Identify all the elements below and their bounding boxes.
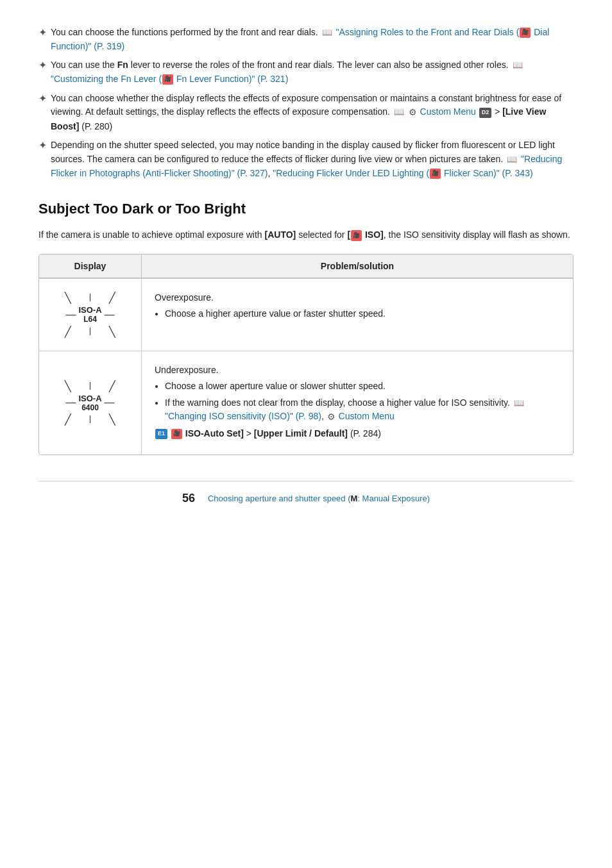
page-footer: 56 Choosing aperture and shutter speed (… xyxy=(38,481,574,505)
arrow-se-2: ╲ xyxy=(109,413,115,426)
book-icon-2: 📖 xyxy=(513,59,523,72)
bullet-text-2: You can use the Fn lever to reverse the … xyxy=(51,58,574,86)
tick-bot-2: | xyxy=(89,413,91,426)
camera-icon-e1: 🎥 xyxy=(171,429,182,439)
arrow-sw-2: ╱ xyxy=(65,413,71,426)
cell-problem-2: Underexposure. Choose a lower aperture v… xyxy=(142,351,573,455)
bullet-4: ✦ Depending on the shutter speed selecte… xyxy=(38,138,574,180)
book-icon-5: 📖 xyxy=(514,397,524,410)
iso-text-2: ISO-A 6400 xyxy=(78,394,101,413)
iso-auto-set-bold: ISO-Auto Set] xyxy=(185,428,244,438)
footer-link[interactable]: Choosing aperture and shutter speed (M: … xyxy=(208,494,430,503)
bullet-item-1a: Choose a higher aperture value or faster… xyxy=(165,307,560,321)
dash-right-2: — xyxy=(105,397,115,408)
dash-left-1: — xyxy=(65,309,76,321)
camera-icon-2: 🎥 xyxy=(162,74,173,85)
d2-badge: D2 xyxy=(479,108,492,118)
table-row-underexposure: ╲ | ╱ — ISO-A 6400 — xyxy=(39,351,573,455)
link-dial-function[interactable]: "Assigning Roles to the Front and Rear D… xyxy=(51,27,549,51)
bullet-text-1: You can choose the functions performed b… xyxy=(51,26,574,53)
arrow-nw-2: ╲ xyxy=(65,380,71,392)
upper-limit-bold: [Upper Limit / Default] xyxy=(254,428,348,438)
camera-icon-1: 🎥 xyxy=(520,28,531,38)
iso-diagram-1: ╲ | ╱ — ISO-A L64 — xyxy=(65,292,116,338)
iso-text-1: ISO-A L64 xyxy=(78,305,101,324)
bullet-icon-4: ✦ xyxy=(38,139,47,151)
book-icon-1: 📖 xyxy=(322,26,332,39)
cell-display-2: ╲ | ╱ — ISO-A 6400 — xyxy=(39,351,142,455)
bullet-icon-3: ✦ xyxy=(38,92,47,104)
bullet-item-2b: If the warning does not clear from the d… xyxy=(165,396,560,424)
camera-icon-intro: 🎥 xyxy=(351,230,362,240)
problem-bullets-1: Choose a higher aperture value or faster… xyxy=(165,307,560,321)
camera-icon-4: 🎥 xyxy=(430,169,441,179)
page-number: 56 xyxy=(182,492,195,505)
e1-badge: E1 xyxy=(155,429,167,439)
tick-top-2: | xyxy=(89,380,91,392)
link-custom-menu[interactable]: Custom Menu xyxy=(420,106,476,117)
bullet-icon-1: ✦ xyxy=(38,26,47,38)
link-custom-menu-2[interactable]: Custom Menu xyxy=(339,411,395,421)
bullet-item-2a: Choose a lower aperture value or slower … xyxy=(165,380,560,394)
dash-right-1: — xyxy=(105,309,115,321)
bullet-3: ✦ You can choose whether the display ref… xyxy=(38,92,574,134)
table-header: Display Problem/solution xyxy=(39,255,573,278)
intro-text: If the camera is unable to achieve optim… xyxy=(38,228,574,242)
book-icon-3: 📖 xyxy=(394,106,404,119)
iso-bold-bracket: [🎥 ISO] xyxy=(347,230,383,240)
bullet-icon-2: ✦ xyxy=(38,59,47,71)
gear-icon-5: ⚙ xyxy=(327,410,336,424)
bullet-1: ✦ You can choose the functions performed… xyxy=(38,26,574,53)
footer-m: M xyxy=(351,494,358,503)
cell-display-1: ╲ | ╱ — ISO-A L64 — xyxy=(39,279,142,351)
section-heading: Subject Too Dark or Too Bright xyxy=(38,201,574,217)
col-display-header: Display xyxy=(39,255,142,278)
gear-icon-3: ⚙ xyxy=(409,106,417,120)
exposure-table: Display Problem/solution ╲ | ╱ — xyxy=(38,254,574,456)
auto-bold: [AUTO] xyxy=(265,230,296,240)
arrow-ne-1: ╱ xyxy=(109,292,115,304)
dash-left-2: — xyxy=(65,397,76,408)
arrow-ne-2: ╱ xyxy=(109,380,115,392)
bullet-text-4: Depending on the shutter speed selected,… xyxy=(51,138,574,180)
table-row-overexposure: ╲ | ╱ — ISO-A L64 — xyxy=(39,278,573,351)
arrow-se-1: ╲ xyxy=(109,326,115,338)
link-led-flicker[interactable]: "Reducing Flicker Under LED Lighting (🎥 … xyxy=(273,168,532,178)
arrow-nw-1: ╲ xyxy=(65,292,71,304)
link-changing-iso[interactable]: "Changing ISO sensitivity (ISO)" (P. 98) xyxy=(165,411,321,421)
footer-caption: Choosing aperture and shutter speed (M: … xyxy=(208,494,430,503)
cell-problem-1: Overexposure. Choose a higher aperture v… xyxy=(142,279,573,351)
problem-title-1: Overexposure. xyxy=(155,290,560,305)
problem-bullets-2: Choose a lower aperture value or slower … xyxy=(165,380,560,440)
bullet-text-3: You can choose whether the display refle… xyxy=(51,92,574,134)
problem-title-2: Underexposure. xyxy=(155,363,560,377)
page-content: ✦ You can choose the functions performed… xyxy=(38,26,574,455)
col-problem-header: Problem/solution xyxy=(142,255,573,278)
bullet-item-2c: E1 🎥 ISO-Auto Set] > [Upper Limit / Defa… xyxy=(155,427,560,441)
tick-top-1: | xyxy=(89,292,91,304)
iso-diagram-2: ╲ | ╱ — ISO-A 6400 — xyxy=(65,380,116,426)
tick-bot-1: | xyxy=(89,326,91,338)
link-fn-lever[interactable]: "Customizing the Fn Lever (🎥 Fn Lever Fu… xyxy=(51,74,288,84)
bullet-2: ✦ You can use the Fn lever to reverse th… xyxy=(38,58,574,86)
book-icon-4: 📖 xyxy=(507,153,517,166)
arrow-sw-1: ╱ xyxy=(65,326,71,338)
fn-bold: Fn xyxy=(117,60,128,70)
